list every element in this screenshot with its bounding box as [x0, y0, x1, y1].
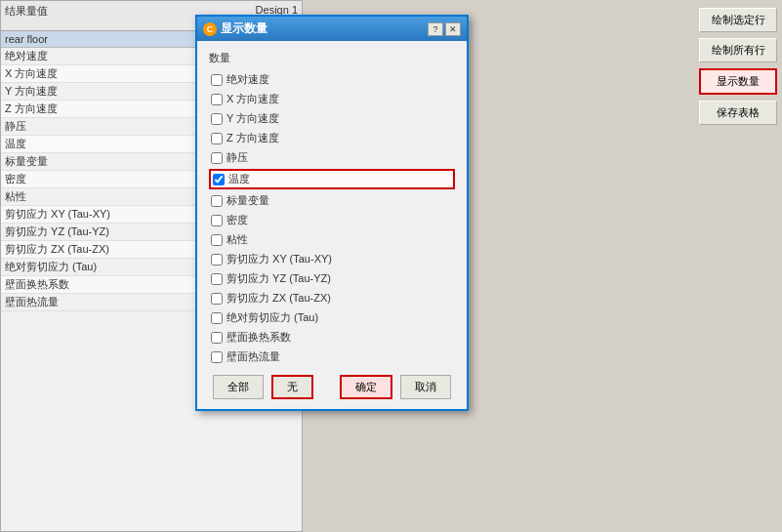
checkbox-input[interactable] [211, 254, 223, 266]
row-name: 密度 [5, 172, 181, 186]
row-name: 标量变量 [5, 154, 181, 169]
checkbox-input[interactable] [211, 215, 223, 226]
checkbox-item[interactable]: 温度 [209, 169, 455, 189]
row-name: 剪切应力 YZ (Tau-YZ) [5, 225, 181, 239]
checkbox-label: 粘性 [226, 232, 248, 247]
save-table-button[interactable]: 保存表格 [699, 101, 777, 125]
checkbox-item[interactable]: 壁面换热系数 [209, 329, 455, 346]
checkbox-input[interactable] [211, 74, 223, 86]
right-panel: 绘制选定行 绘制所有行 显示数量 保存表格 [694, 0, 782, 532]
dialog-icon: C [203, 22, 217, 36]
draw-all-button[interactable]: 绘制所有行 [699, 38, 777, 62]
checkbox-label: Y 方向速度 [226, 111, 279, 126]
checkbox-input[interactable] [211, 312, 223, 324]
checkbox-item[interactable]: 绝对速度 [209, 71, 455, 88]
row-name: 剪切应力 ZX (Tau-ZX) [5, 242, 181, 257]
dialog-body: 数量 绝对速度X 方向速度Y 方向速度Z 方向速度静压温度标量变量密度粘性剪切应… [197, 41, 467, 409]
checkbox-input[interactable] [211, 273, 223, 285]
checkbox-item[interactable]: Y 方向速度 [209, 110, 455, 127]
row-name: 粘性 [5, 189, 181, 204]
titlebar-left: C 显示数量 [203, 20, 268, 37]
row-name: 绝对速度 [5, 49, 181, 63]
none-button[interactable]: 无 [271, 375, 313, 399]
checkbox-item[interactable]: X 方向速度 [209, 91, 455, 107]
checkbox-input[interactable] [211, 332, 223, 344]
checkbox-input[interactable] [211, 94, 223, 105]
checkbox-label: 温度 [228, 172, 250, 186]
dialog-section-label: 数量 [209, 51, 455, 65]
checkbox-item[interactable]: 剪切应力 ZX (Tau-ZX) [209, 290, 455, 307]
show-quantity-button[interactable]: 显示数量 [699, 68, 777, 95]
checkbox-item[interactable]: 壁面热流量 [209, 348, 455, 365]
checkbox-item[interactable]: 标量变量 [209, 192, 455, 209]
checkbox-label: 标量变量 [226, 193, 269, 208]
checkbox-list: 绝对速度X 方向速度Y 方向速度Z 方向速度静压温度标量变量密度粘性剪切应力 X… [209, 71, 455, 365]
checkbox-item[interactable]: 密度 [209, 212, 455, 228]
row-name: 绝对剪切应力 (Tau) [5, 260, 181, 274]
checkbox-label: 绝对剪切应力 (Tau) [226, 310, 318, 325]
checkbox-input[interactable] [211, 293, 223, 305]
row-name: 剪切应力 XY (Tau-XY) [5, 207, 181, 222]
draw-selected-button[interactable]: 绘制选定行 [699, 8, 777, 32]
checkbox-input[interactable] [211, 234, 223, 246]
checkbox-input[interactable] [211, 152, 223, 164]
row-name: 静压 [5, 119, 181, 134]
footer-right: 确定 取消 [340, 375, 451, 399]
checkbox-input[interactable] [213, 174, 225, 185]
help-button[interactable]: ? [428, 22, 443, 36]
cancel-button[interactable]: 取消 [400, 375, 451, 399]
dialog-titlebar: C 显示数量 ? ✕ [197, 17, 467, 41]
checkbox-input[interactable] [211, 351, 223, 363]
all-button[interactable]: 全部 [213, 375, 264, 399]
row-name: X 方向速度 [5, 66, 181, 81]
ok-button[interactable]: 确定 [340, 375, 392, 399]
checkbox-label: 密度 [226, 213, 248, 227]
close-button[interactable]: ✕ [445, 22, 461, 36]
checkbox-input[interactable] [211, 133, 223, 144]
dialog-window: C 显示数量 ? ✕ 数量 绝对速度X 方向速度Y 方向速度Z 方向速度静压温度… [195, 15, 469, 411]
titlebar-controls: ? ✕ [428, 22, 461, 36]
row-name: Z 方向速度 [5, 102, 181, 116]
checkbox-input[interactable] [211, 113, 223, 125]
dialog-title: 显示数量 [221, 20, 268, 37]
checkbox-input[interactable] [211, 195, 223, 207]
checkbox-label: 剪切应力 YZ (Tau-YZ) [226, 271, 331, 286]
row-name: 壁面热流量 [5, 295, 181, 309]
checkbox-item[interactable]: 粘性 [209, 231, 455, 248]
checkbox-item[interactable]: 静压 [209, 149, 455, 166]
checkbox-label: 静压 [226, 150, 248, 165]
checkbox-label: 剪切应力 XY (Tau-XY) [226, 252, 332, 266]
checkbox-label: 绝对速度 [226, 72, 269, 87]
row-name: 壁面换热系数 [5, 277, 181, 292]
header-col-name: 结果量值 [5, 4, 181, 27]
checkbox-label: X 方向速度 [226, 92, 279, 106]
row-name: Y 方向速度 [5, 84, 181, 99]
checkbox-label: Z 方向速度 [226, 131, 279, 145]
checkbox-label: 剪切应力 ZX (Tau-ZX) [226, 291, 331, 306]
dialog-footer: 全部 无 确定 取消 [209, 375, 455, 399]
checkbox-item[interactable]: 绝对剪切应力 (Tau) [209, 309, 455, 326]
checkbox-item[interactable]: 剪切应力 XY (Tau-XY) [209, 251, 455, 267]
checkbox-item[interactable]: Z 方向速度 [209, 130, 455, 146]
row-name: 温度 [5, 137, 181, 151]
checkbox-label: 壁面换热系数 [226, 330, 291, 345]
footer-left: 全部 无 [213, 375, 313, 399]
checkbox-item[interactable]: 剪切应力 YZ (Tau-YZ) [209, 270, 455, 287]
checkbox-label: 壁面热流量 [226, 349, 280, 364]
